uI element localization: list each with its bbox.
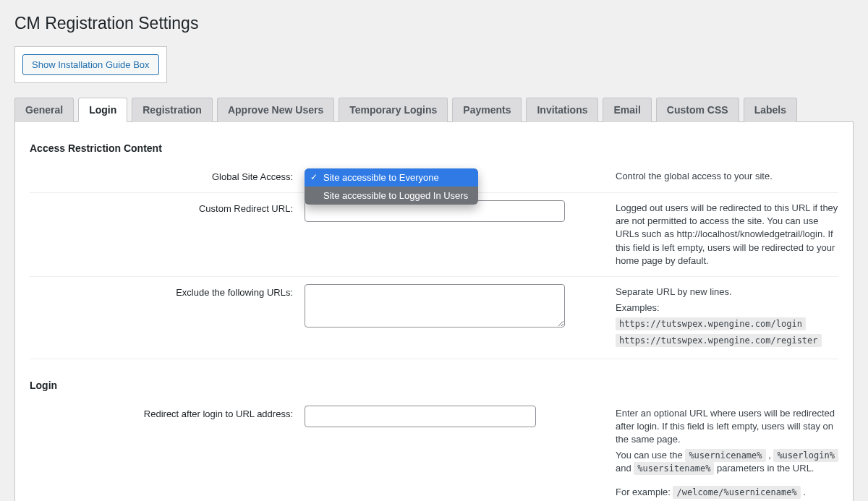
section-access-heading: Access Restriction Content: [30, 142, 838, 154]
redirect-example-code: /welcome/%usernicename%: [673, 486, 800, 499]
settings-tabs: General Login Registration Approve New U…: [14, 98, 854, 122]
exclude-help-intro: Separate URL by new lines.: [616, 286, 838, 299]
tab-email[interactable]: Email: [603, 98, 651, 122]
section-login-heading: Login: [30, 380, 838, 391]
global-access-dropdown-menu: Site accessible to Everyone Site accessi…: [305, 168, 478, 205]
exclude-example-1: https://tutswpex.wpengine.com/login: [616, 317, 806, 330]
global-access-option-everyone[interactable]: Site accessible to Everyone: [305, 168, 478, 187]
tab-general[interactable]: General: [14, 98, 74, 122]
global-access-option-loggedin[interactable]: Site accessible to Logged In Users: [305, 187, 478, 205]
tab-approve-new-users[interactable]: Approve New Users: [217, 98, 334, 122]
redirect-help-1: Enter an optional URL where users will b…: [616, 407, 838, 447]
redirect-help-example: For example: /welcome/%usernicename% .: [616, 486, 838, 499]
exclude-example-2: https://tutswpex.wpengine.com/register: [616, 334, 822, 347]
guide-box: Show Installation Guide Box: [14, 46, 167, 83]
settings-panel: Access Restriction Content Global Site A…: [14, 122, 854, 501]
redirect-url-help: Logged out users will be redirected to t…: [587, 193, 838, 277]
tab-registration[interactable]: Registration: [132, 98, 213, 122]
tab-labels[interactable]: Labels: [744, 98, 797, 122]
tab-invitations[interactable]: Invitations: [526, 98, 598, 122]
exclude-help-examples-label: Examples:: [616, 301, 838, 314]
show-guide-button[interactable]: Show Installation Guide Box: [22, 54, 159, 75]
page-title: CM Registration Settings: [14, 7, 854, 36]
exclude-urls-help: Separate URL by new lines. Examples: htt…: [587, 276, 838, 359]
redirect-help-2: You can use the %usernicename% , %userlo…: [616, 449, 838, 475]
exclude-urls-textarea[interactable]: [305, 284, 565, 327]
global-access-help: Control the global access to your site.: [587, 161, 838, 193]
param-usersitename: %usersitename%: [634, 462, 714, 475]
tab-temporary-logins[interactable]: Temporary Logins: [339, 98, 448, 122]
tab-login[interactable]: Login: [78, 98, 127, 122]
redirect-after-login-help: Enter an optional URL where users will b…: [587, 398, 838, 501]
tab-custom-css[interactable]: Custom CSS: [656, 98, 739, 122]
redirect-after-login-label: Redirect after login to URL address:: [30, 398, 305, 501]
tab-payments[interactable]: Payments: [452, 98, 522, 122]
param-usernicename: %usernicename%: [685, 449, 765, 462]
redirect-after-login-input[interactable]: [305, 406, 536, 427]
global-access-label: Global Site Access:: [30, 161, 305, 193]
redirect-url-label: Custom Redirect URL:: [30, 193, 305, 277]
exclude-urls-label: Exclude the following URLs:: [30, 276, 305, 359]
param-userlogin: %userlogin%: [773, 449, 838, 462]
